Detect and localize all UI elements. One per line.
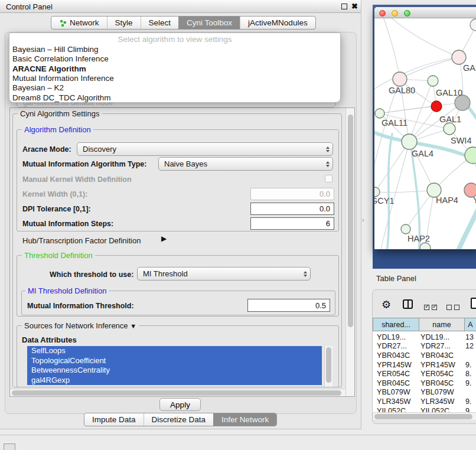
corner-button[interactable] bbox=[4, 444, 15, 450]
table-cell: YER054C bbox=[373, 370, 418, 378]
table-rows: YDL19...YDL19...13YDR27...YDR27...12YBR0… bbox=[373, 331, 476, 412]
table-horizontal-scrollbar[interactable] bbox=[373, 412, 476, 420]
algorithm-option[interactable]: Bayesian – Hill Climbing bbox=[12, 45, 99, 54]
network-node-gal4[interactable] bbox=[402, 134, 417, 149]
tab-jactivemnodules[interactable]: jActiveMNodules bbox=[240, 17, 315, 29]
tab-cyni-toolbox[interactable]: Cyni Toolbox bbox=[178, 17, 240, 29]
tab-discretize-data[interactable]: Discretize Data bbox=[144, 413, 214, 426]
attribute-list-item[interactable]: BetweennessCentrality bbox=[27, 366, 322, 376]
table-cell: YDL19... bbox=[373, 333, 418, 341]
network-node[interactable] bbox=[420, 243, 431, 249]
close-icon[interactable]: ✖ bbox=[351, 2, 358, 11]
dpi-tolerance-field[interactable]: 0.0 bbox=[250, 203, 334, 215]
network-node-gal10[interactable] bbox=[428, 76, 438, 86]
table-cell: YIL052C bbox=[418, 407, 462, 412]
algorithm-definition-title: Algorithm Definition bbox=[22, 125, 93, 134]
tab-network[interactable]: Network bbox=[51, 17, 107, 29]
table-row[interactable]: YDL19...YDL19...13 bbox=[373, 332, 476, 342]
table-cell: YBR043C bbox=[418, 351, 462, 360]
float-window-icon[interactable] bbox=[341, 4, 347, 9]
tab-style[interactable]: Style bbox=[107, 17, 141, 29]
bottom-tabbar: Impute DataDiscretize DataInfer Network bbox=[84, 413, 277, 426]
network-node-swi4[interactable] bbox=[465, 147, 476, 164]
export-table-icon[interactable] bbox=[471, 298, 476, 309]
aracne-mode-label: Aracne Mode: bbox=[22, 145, 71, 154]
minimize-traffic-light-icon[interactable] bbox=[392, 10, 398, 17]
algorithm-option[interactable]: Dream8 DC_TDC Algorithm bbox=[12, 93, 111, 103]
sources-title-wrap: Sources for Network Inference ▼ bbox=[22, 321, 139, 330]
columns-icon[interactable] bbox=[403, 299, 413, 309]
network-window-titlebar bbox=[374, 7, 476, 18]
which-threshold-combobox[interactable]: MI Threshold bbox=[137, 267, 311, 281]
network-node-gal11[interactable] bbox=[375, 109, 384, 118]
expand-arrow-icon[interactable]: ▶ bbox=[161, 234, 167, 243]
apply-button[interactable]: Apply bbox=[159, 398, 201, 411]
node-label: GAL4 bbox=[412, 149, 433, 158]
algorithm-option[interactable]: ARACNE Algorithm bbox=[12, 64, 86, 74]
table-row[interactable]: YLR345WYLR345W9. bbox=[373, 397, 476, 406]
network-node-gal80[interactable] bbox=[393, 72, 407, 86]
checked-columns-icon[interactable] bbox=[424, 302, 439, 312]
network-node-gal[interactable] bbox=[452, 50, 466, 64]
settings-horizontal-scrollbar[interactable] bbox=[10, 389, 345, 396]
tab-select[interactable]: Select bbox=[141, 17, 179, 29]
control-panel-title: Control Panel bbox=[6, 2, 53, 11]
node-label: GAL11 bbox=[382, 118, 407, 128]
table-cell: 9. bbox=[462, 361, 476, 369]
network-node[interactable] bbox=[431, 101, 442, 112]
column-header-name[interactable]: name bbox=[419, 318, 465, 331]
stepper-arrows-icon bbox=[304, 268, 307, 280]
attribute-list-item[interactable]: SelfLoops bbox=[27, 346, 322, 356]
mi-threshold-field[interactable]: 0.5 bbox=[247, 299, 330, 312]
table-row[interactable]: YBR043CYBR043C bbox=[373, 351, 476, 360]
collapse-arrow-icon[interactable]: ▼ bbox=[130, 322, 136, 330]
manual-kernel-width-label: Manual Kernel Width Definition bbox=[22, 175, 132, 184]
attribute-list-item[interactable]: gal4RGexp bbox=[27, 376, 322, 386]
table-row[interactable]: YBL079WYBL079W bbox=[373, 388, 476, 397]
control-panel-titlebar: Control Panel ✖ bbox=[0, 0, 361, 13]
table-panel-title: Table Panel bbox=[376, 274, 416, 283]
attributes-list-scrollbar[interactable] bbox=[324, 346, 332, 387]
unchecked-columns-icon[interactable] bbox=[446, 302, 462, 312]
close-traffic-light-icon[interactable] bbox=[379, 10, 386, 17]
table-cell: 8. bbox=[462, 370, 476, 378]
table-cell: YDR27... bbox=[418, 342, 462, 350]
network-icon bbox=[59, 19, 67, 27]
algorithm-option[interactable]: Basic Correlation Inference bbox=[12, 54, 109, 64]
aracne-mode-combobox[interactable]: Discovery bbox=[77, 142, 333, 156]
table-cell: 9. bbox=[462, 407, 476, 412]
network-node-gcy1[interactable] bbox=[374, 187, 380, 197]
node-label: GAL10 bbox=[436, 88, 462, 97]
table-row[interactable]: YER054CYER054C8. bbox=[373, 369, 476, 379]
network-node[interactable] bbox=[470, 19, 476, 31]
stepper-arrows-icon bbox=[326, 158, 330, 170]
node-label: HAP4 bbox=[436, 195, 458, 205]
tab-infer-network[interactable]: Infer Network bbox=[213, 413, 276, 426]
algorithm-option[interactable]: Mutual Information Inference bbox=[12, 74, 114, 83]
column-header-clipped[interactable]: A bbox=[464, 318, 476, 331]
table-row[interactable]: YPR145WYPR145W9. bbox=[373, 360, 476, 370]
table-cell: 12 bbox=[462, 342, 476, 350]
cyni-algorithm-settings-title: Cyni Algorithm Settings bbox=[18, 109, 102, 118]
column-header-shared-name[interactable]: shared... bbox=[373, 318, 419, 331]
mi-algorithm-type-combobox[interactable]: Naive Bayes bbox=[158, 157, 333, 171]
kernel-width-label: Kernel Width (0,1): bbox=[22, 190, 87, 198]
mi-steps-field[interactable]: 6 bbox=[250, 217, 334, 230]
zoom-traffic-light-icon[interactable] bbox=[404, 10, 410, 17]
settings-vertical-scrollbar[interactable] bbox=[345, 108, 354, 396]
tab-impute-data[interactable]: Impute Data bbox=[84, 413, 144, 426]
table-cell: YER054C bbox=[418, 370, 462, 378]
sources-title: Sources for Network Inference bbox=[24, 321, 128, 330]
algorithm-option[interactable]: Bayesian – K2 bbox=[12, 83, 64, 93]
table-row[interactable]: YDR27...YDR27...12 bbox=[373, 342, 476, 351]
table-row[interactable]: YIL052CYIL052C9. bbox=[373, 406, 476, 412]
network-node-hap2[interactable] bbox=[401, 224, 410, 234]
network-node-gal1[interactable] bbox=[444, 123, 455, 135]
table-row[interactable]: YBR045CYBR045C9. bbox=[373, 379, 476, 388]
attribute-list-item[interactable]: TopologicalCoefficient bbox=[27, 356, 322, 366]
network-canvas[interactable]: GALGAL80GAL10GAL11GAL1SWI4GAL4GCY1HAP4YH… bbox=[374, 18, 476, 249]
node-label: HAP2 bbox=[407, 234, 430, 243]
node-label: GCY1 bbox=[374, 196, 395, 206]
gear-icon[interactable]: ⚙ bbox=[382, 298, 391, 311]
hub-definition-label[interactable]: Hub/Transcription Factor Definition bbox=[22, 236, 141, 245]
